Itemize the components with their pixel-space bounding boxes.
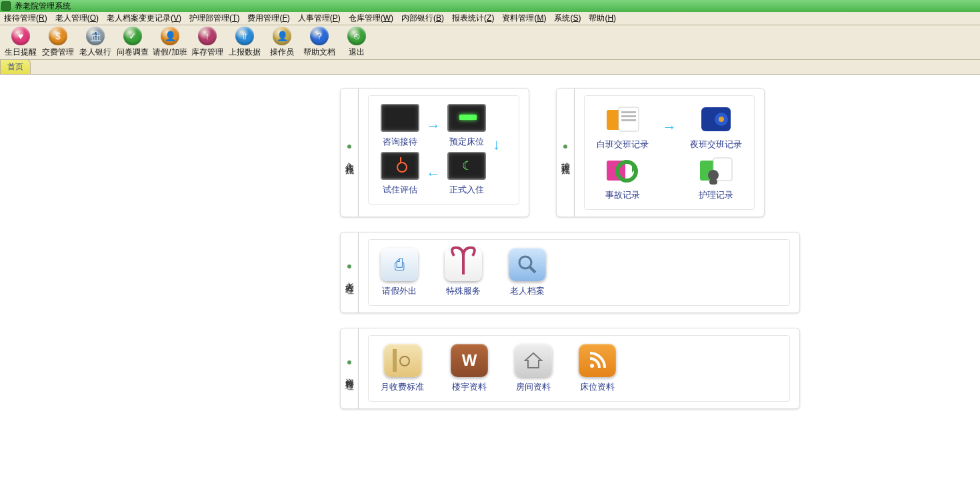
dot-icon [347, 264, 351, 268]
usb-box-icon: ⎙ [381, 248, 418, 281]
folder-orange-icon [603, 104, 642, 135]
menu-w[interactable]: 仓库管理(W) [346, 12, 396, 25]
panel-tab-checkin: 入住流程 [340, 88, 359, 217]
tool-label: 老人银行 [79, 47, 111, 58]
svg-point-7 [719, 117, 724, 122]
tool-9[interactable]: ⎋退出 [339, 27, 375, 59]
item-consult[interactable]: 咨询接待 [381, 104, 419, 148]
item-accident[interactable]: 事故记录 [603, 155, 642, 201]
panel-title-checkin: 入住流程 [343, 155, 355, 161]
panel-elder: 老人管理 ⎙ 请假外出 特殊服务 [340, 232, 800, 313]
panel-title-care: 护理流程 [559, 155, 571, 161]
tool-0[interactable]: ♥生日提醒 [3, 27, 39, 59]
folder-green-icon [697, 155, 735, 185]
book-w-icon: W [451, 344, 488, 377]
item-nursing[interactable]: 护理记录 [697, 155, 735, 201]
checkin-flow: 咨询接待 → 预定床位 试住评估 ← [381, 104, 507, 196]
tool-1[interactable]: $交费管理 [40, 27, 76, 59]
tool-icon: $ [49, 27, 67, 45]
tool-label: 库存管理 [191, 47, 223, 58]
item-special[interactable]: 特殊服务 [445, 248, 482, 297]
house-icon [515, 344, 552, 377]
panel-tab-data: 资料管理 [340, 328, 359, 409]
menu-f[interactable]: 费用管理(F) [245, 12, 292, 25]
magnifier-box-icon [509, 248, 546, 281]
item-leave[interactable]: ⎙ 请假外出 [381, 248, 418, 297]
item-formal[interactable]: 正式入住 [447, 152, 486, 196]
item-dayshift[interactable]: 白班交班记录 [597, 104, 649, 151]
menu-b[interactable]: 内部银行(B) [399, 12, 447, 25]
tool-3[interactable]: ✓问卷调查 [115, 27, 151, 59]
panel-tab-care: 护理流程 [556, 88, 575, 217]
tool-label: 帮助文档 [303, 47, 335, 58]
data-list: 月收费标准 W 楼宇资料 房间资料 [381, 344, 777, 393]
svg-rect-13 [709, 179, 717, 185]
svg-point-15 [519, 256, 531, 268]
menu-v[interactable]: 老人档案变更记录(V) [104, 12, 184, 25]
menu-z[interactable]: 报表统计(Z) [449, 12, 497, 25]
svg-point-12 [708, 170, 719, 181]
arrow-left-icon: ← [426, 165, 441, 183]
tool-7[interactable]: 👤操作员 [264, 27, 300, 59]
item-trial[interactable]: 试住评估 [381, 152, 419, 196]
tool-icon: 🏦 [86, 27, 105, 45]
menu-t[interactable]: 护理部管理(T) [187, 12, 242, 25]
arrow-down-icon: ↓ [493, 136, 500, 153]
menu-s[interactable]: 系统(S) [551, 12, 583, 25]
monitor-icon [447, 152, 486, 180]
tool-label: 交费管理 [42, 47, 74, 58]
item-bed[interactable]: 床位资料 [579, 344, 616, 393]
panel-title-elder: 老人管理 [343, 275, 355, 280]
menubar: 接待管理(R)老人管理(O)老人档案变更记录(V)护理部管理(T)费用管理(F)… [0, 12, 980, 25]
tool-label: 退出 [349, 47, 365, 58]
item-room[interactable]: 房间资料 [515, 344, 552, 393]
arrow-right-icon: → [662, 119, 677, 136]
tool-4[interactable]: 👤请假/加班 [152, 27, 188, 59]
app-icon [1, 1, 11, 11]
tool-label: 操作员 [270, 47, 294, 58]
panel-title-data: 资料管理 [343, 371, 355, 376]
tab-home[interactable]: 首页 [0, 59, 31, 74]
monitor-icon [447, 104, 486, 132]
dot-icon [347, 145, 351, 149]
item-fee[interactable]: 月收费标准 [381, 344, 424, 393]
menu-o[interactable]: 老人管理(O) [53, 12, 101, 25]
tool-2[interactable]: 🏦老人银行 [77, 27, 113, 59]
svg-rect-3 [621, 115, 636, 117]
titlebar: 养老院管理系统 [0, 0, 980, 12]
panel-checkin: 入住流程 咨询接待 → 预定床位 [340, 88, 529, 217]
folder-blue-icon [697, 104, 735, 135]
menu-p[interactable]: 人事管理(P) [295, 12, 343, 25]
tool-label: 生日提醒 [5, 47, 37, 58]
item-building[interactable]: W 楼宇资料 [451, 344, 488, 393]
monitor-icon [381, 104, 419, 132]
item-nightshift[interactable]: 夜班交班记录 [690, 104, 742, 151]
svg-rect-4 [621, 119, 636, 121]
panel-data: 资料管理 月收费标准 W 楼宇资料 [340, 328, 800, 409]
rss-icon [579, 344, 616, 377]
panel-tab-elder: 老人管理 [340, 232, 359, 313]
app-title: 养老院管理系统 [15, 1, 71, 12]
row-1: 入住流程 咨询接待 → 预定床位 [340, 88, 765, 217]
tool-icon: 👤 [273, 27, 291, 45]
tool-8[interactable]: ?帮助文档 [301, 27, 337, 59]
notebook-icon [384, 344, 421, 377]
tool-6[interactable]: ⇧上报数据 [227, 27, 263, 59]
item-reserve[interactable]: 预定床位 [447, 104, 486, 148]
menu-m[interactable]: 资料管理(M) [499, 12, 549, 25]
tabbar: 首页 [0, 60, 980, 75]
svg-line-16 [530, 267, 535, 272]
content: 入住流程 咨询接待 → 预定床位 [0, 75, 980, 409]
tool-label: 请假/加班 [153, 47, 187, 58]
tool-icon: ♥ [11, 27, 30, 45]
monitor-icon [381, 152, 419, 180]
row-3: 资料管理 月收费标准 W 楼宇资料 [340, 328, 800, 409]
arrow-right-icon: → [426, 117, 441, 135]
tool-5[interactable]: ↑库存管理 [189, 27, 225, 59]
svg-point-19 [590, 364, 594, 368]
menu-r[interactable]: 接待管理(R) [1, 12, 50, 25]
item-archive[interactable]: 老人档案 [509, 248, 546, 297]
svg-rect-14 [462, 254, 465, 274]
tool-icon: ↑ [198, 27, 217, 45]
menu-h[interactable]: 帮助(H) [586, 12, 619, 25]
